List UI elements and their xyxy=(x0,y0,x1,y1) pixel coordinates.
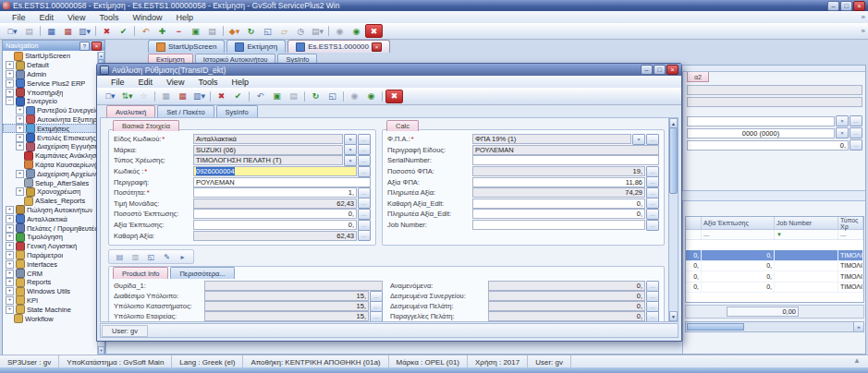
back-button[interactable]: ◉ xyxy=(332,25,348,37)
undo-button[interactable]: ↶ xyxy=(138,25,153,37)
field-input[interactable]: 62,43 xyxy=(193,199,357,209)
field-input[interactable]: 62,43 xyxy=(193,231,357,241)
tree-toggle-icon[interactable]: + xyxy=(6,270,14,278)
menu-item[interactable]: View xyxy=(160,78,190,87)
tree-toggle-icon[interactable]: + xyxy=(6,206,14,214)
field-input[interactable] xyxy=(472,155,659,165)
lookup-icon[interactable]: … xyxy=(358,230,371,241)
save-button[interactable]: ▦ xyxy=(158,90,174,102)
sync-button[interactable]: ⇅▾ xyxy=(119,90,135,102)
field-input[interactable]: 0926000004 xyxy=(193,166,357,176)
nav-item[interactable]: − Συνεργείο xyxy=(3,97,98,106)
paste-button[interactable]: ▥▾ xyxy=(77,25,92,37)
menu-item[interactable]: Edit xyxy=(33,13,61,22)
dialog-vscrollbar[interactable]: ▲ ▼ xyxy=(668,118,678,321)
nav-item[interactable]: + Εκτιμήσεις xyxy=(3,124,98,133)
prev-button[interactable]: ◉ xyxy=(347,90,362,102)
delete-button[interactable]: ✖ xyxy=(214,90,229,102)
lookup-icon[interactable]: … xyxy=(850,115,862,126)
lookup-icon[interactable]: … xyxy=(646,291,659,302)
print-preview-button[interactable]: ▤▾ xyxy=(310,25,325,37)
field-input[interactable]: 0, xyxy=(488,311,645,321)
tree-toggle-icon[interactable]: + xyxy=(6,260,14,269)
nav-item[interactable]: ASales_Reports xyxy=(3,197,98,206)
close-icon[interactable]: × xyxy=(853,1,865,11)
menu-item[interactable]: Help xyxy=(225,78,255,87)
lookup-icon[interactable]: … xyxy=(358,220,371,231)
tree-toggle-icon[interactable] xyxy=(16,152,22,159)
save-button[interactable]: ▦ xyxy=(43,25,59,37)
background-panel-tab[interactable]: α2 xyxy=(687,72,709,82)
menu-item[interactable]: Window xyxy=(126,13,168,22)
menu-overflow-icon[interactable]: » xyxy=(862,13,865,21)
nav-item[interactable]: + Πελάτες / Προμηθευτές xyxy=(3,223,98,233)
filter-funnel-icon[interactable]: ▼ xyxy=(776,232,782,237)
refresh-button[interactable]: ↻ xyxy=(243,25,259,37)
column-discount-value[interactable]: Αξία Έκπτωσης xyxy=(702,217,775,229)
tree-toggle-icon[interactable]: + xyxy=(16,187,24,196)
nav-item[interactable]: + KPI xyxy=(3,296,98,306)
column-charge-type[interactable]: Τύπος Χρ xyxy=(838,217,863,229)
copy-line-button[interactable]: ▥ xyxy=(128,252,142,262)
print-button[interactable]: ▤ xyxy=(204,25,220,37)
menu-item[interactable]: File xyxy=(104,78,131,87)
print-line-button[interactable]: ▤ xyxy=(113,252,127,262)
field-input[interactable]: ΡΟΥΛΕΜΑΝ xyxy=(193,177,371,187)
background-field[interactable] xyxy=(687,97,862,107)
lookup-icon[interactable]: … xyxy=(358,187,371,199)
lookup-icon[interactable]: … xyxy=(646,301,659,312)
archive-button[interactable]: ▱ xyxy=(276,25,292,37)
table-row[interactable]: 0, 0, ΤΙΜΟΛΟΓ xyxy=(686,271,863,283)
table-row[interactable]: 0, 0, ΤΙΜΟΛΟΓ xyxy=(686,283,863,294)
nav-item[interactable]: + Παράμετροι xyxy=(3,251,98,260)
lookup-icon[interactable]: … xyxy=(370,291,383,302)
clear-icon[interactable]: × xyxy=(836,127,849,138)
new-document-button[interactable]: □▾ xyxy=(5,25,20,37)
field-input[interactable]: 15, xyxy=(204,301,369,311)
tree-toggle-icon[interactable] xyxy=(6,316,12,322)
form-button[interactable]: ▣ xyxy=(188,25,203,37)
menu-item[interactable]: View xyxy=(61,13,92,22)
clear-icon[interactable]: × xyxy=(632,134,645,145)
tab-more[interactable]: Περισσότερα... xyxy=(170,267,234,279)
field-input[interactable]: 15, xyxy=(204,311,369,321)
window-line-button[interactable]: ◱ xyxy=(144,252,158,262)
tree-toggle-icon[interactable]: + xyxy=(6,61,14,69)
nav-item[interactable]: + Διαχείριση Εγγυήσεων xyxy=(3,142,98,151)
lookup-icon[interactable]: … xyxy=(646,134,659,145)
hscroll-thumb[interactable] xyxy=(687,323,744,331)
nav-item[interactable]: + Reports xyxy=(3,278,98,287)
window-button[interactable]: ◱ xyxy=(260,25,275,37)
nav-item[interactable]: + State Machine xyxy=(3,305,98,314)
tree-toggle-icon[interactable]: + xyxy=(16,170,24,178)
clear-icon[interactable]: × xyxy=(344,155,357,166)
field-input[interactable]: ΤΙΜΟΛΟΓΗΣΗ ΠΕΛΑΤΗ (Τ) xyxy=(193,155,343,165)
lookup-icon[interactable]: … xyxy=(646,198,659,209)
refresh-button[interactable]: ↻ xyxy=(308,90,324,102)
minimize-icon[interactable]: – xyxy=(827,1,839,11)
lookup-icon[interactable]: … xyxy=(646,220,659,231)
tree-toggle-icon[interactable]: + xyxy=(6,79,14,88)
field-input[interactable]: SUZUKI (06) xyxy=(193,145,343,155)
calc-group-tab[interactable]: Calc xyxy=(386,120,419,131)
menu-item[interactable]: Edit xyxy=(132,78,160,87)
menu-item[interactable]: Help xyxy=(169,13,200,22)
forward-button[interactable]: ◉ xyxy=(348,25,364,37)
nav-item[interactable]: + Ανταλλακτικά xyxy=(3,214,98,223)
exit-button[interactable]: ✖ xyxy=(365,24,383,38)
background-amount-field[interactable]: 0, xyxy=(687,140,849,150)
lookup-icon[interactable]: … xyxy=(358,209,371,220)
menu-item[interactable]: File xyxy=(6,13,32,22)
nav-item[interactable]: + Αυτοκίνητα Εξυπηρέτησης xyxy=(3,115,98,125)
tab-document[interactable]: Es.ESTS1.000000 × xyxy=(287,40,390,53)
field-input[interactable]: 0, xyxy=(193,209,357,219)
tree-toggle-icon[interactable]: + xyxy=(6,242,14,250)
dialog-close-icon[interactable]: × xyxy=(666,65,679,75)
tab-close-icon[interactable]: × xyxy=(372,42,382,52)
tree-toggle-icon[interactable]: + xyxy=(6,224,14,233)
tree-toggle-icon[interactable]: + xyxy=(6,306,14,314)
tree-toggle-icon[interactable] xyxy=(16,162,22,168)
field-input[interactable]: Ανταλλακτικά xyxy=(193,134,343,144)
lookup-icon[interactable]: … xyxy=(646,281,659,292)
dialog-minimize-icon[interactable]: – xyxy=(641,65,653,75)
